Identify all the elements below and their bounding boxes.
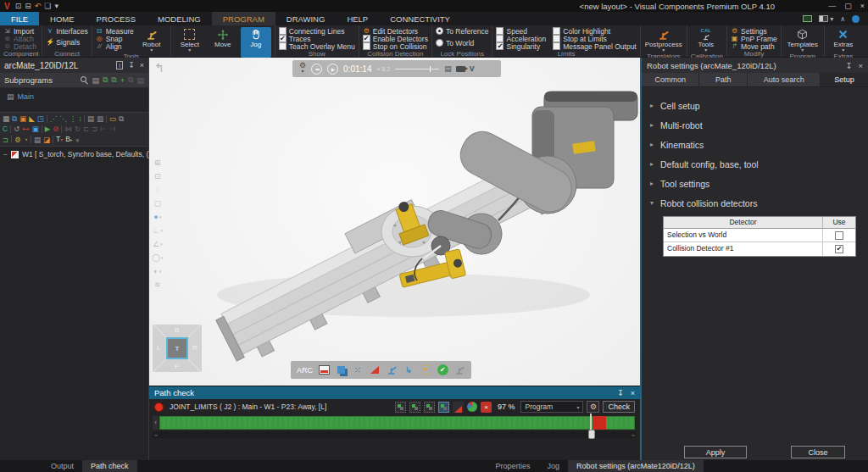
statement-icon[interactable]: ⊏ bbox=[83, 125, 89, 133]
tab-path[interactable]: Path bbox=[699, 73, 748, 86]
pin-icon[interactable]: ↧ bbox=[845, 61, 852, 70]
statistics-pie-icon[interactable] bbox=[467, 402, 477, 412]
import-program-icon[interactable]: ⧉ bbox=[111, 75, 116, 85]
errors-icon[interactable]: × bbox=[481, 402, 492, 413]
copy-icon[interactable]: ⧉ bbox=[128, 75, 133, 85]
pin-icon[interactable]: ↧ bbox=[617, 389, 624, 397]
tab-setup[interactable]: Setup bbox=[821, 73, 868, 86]
properties-tab[interactable]: Properties bbox=[487, 460, 539, 472]
open-program-icon[interactable]: ⧉ bbox=[103, 75, 108, 85]
check-scope-dropdown[interactable]: Program▾ bbox=[520, 401, 583, 413]
templates-button[interactable]: Templates▾ bbox=[785, 27, 821, 53]
notification-icon[interactable]: ! bbox=[116, 61, 123, 69]
motion-ptp-icon[interactable]: ⋰ bbox=[50, 114, 58, 123]
statement-icon[interactable]: ▦ bbox=[3, 114, 9, 123]
close-window-icon[interactable]: × bbox=[860, 0, 865, 12]
navcube-back-face[interactable]: B bbox=[175, 326, 179, 334]
tab-auto-search[interactable]: Auto search bbox=[748, 73, 821, 86]
interfaces-button[interactable]: ⋎Interfaces bbox=[46, 27, 87, 35]
statement-icon[interactable]: ↺ bbox=[14, 125, 19, 133]
timeline-ok-bar[interactable] bbox=[159, 416, 635, 430]
tree-item-w1[interactable]: − W1 [ S_torch, Synchro base, Defaults, … bbox=[0, 147, 148, 162]
paste-icon[interactable]: ▤ bbox=[136, 76, 144, 85]
search-icon[interactable] bbox=[81, 76, 88, 84]
statement-icon[interactable]: ↻ bbox=[75, 125, 81, 133]
gears-icon[interactable]: ⚙ bbox=[14, 136, 21, 144]
minimize-icon[interactable]: — bbox=[828, 0, 836, 12]
statement-icon[interactable]: ⋈ bbox=[64, 125, 72, 133]
tab-drawing[interactable]: DRAWING bbox=[275, 12, 337, 25]
extras-button[interactable]: Extras▾ bbox=[828, 27, 859, 53]
tab-process[interactable]: PROCESS bbox=[86, 12, 147, 25]
statement-icon[interactable]: ▣ bbox=[32, 125, 39, 133]
statement-icon[interactable]: C bbox=[3, 125, 8, 133]
output-tab[interactable]: Output bbox=[42, 460, 82, 472]
maximize-icon[interactable]: ▢ bbox=[844, 0, 852, 12]
navcube-left-face[interactable]: L bbox=[157, 344, 160, 352]
tool-frame-icon[interactable]: T▾ bbox=[56, 135, 63, 144]
close-button[interactable]: Close bbox=[791, 446, 845, 458]
run-icon[interactable]: ▶ bbox=[45, 125, 51, 133]
use-checkbox[interactable] bbox=[835, 231, 843, 240]
teach-panel-icon[interactable] bbox=[318, 364, 330, 376]
add-subprogram-icon[interactable]: + bbox=[120, 76, 125, 85]
scrollbar-left-icon[interactable]: ‹‹ bbox=[154, 432, 158, 437]
print-icon[interactable]: ▤ bbox=[34, 136, 41, 144]
selection-set-icon[interactable] bbox=[420, 364, 431, 376]
statement-icon[interactable]: ⊐ bbox=[3, 136, 8, 144]
folder-icon[interactable]: ▭ bbox=[109, 114, 116, 123]
reset-simulation-icon[interactable]: ◀◀ bbox=[311, 64, 322, 75]
app-logo-icon[interactable]: V bbox=[4, 2, 10, 11]
viewport-3d[interactable]: ↰ ⚙▾ ◀◀ ▶ 0:01:14 × 8.2 ▤ V ⊞ ⊡ ◌ ▢ ●▾ ∟… bbox=[149, 58, 640, 386]
section-kinematics[interactable]: ▸ Kinematics bbox=[650, 135, 868, 154]
section-tool-settings[interactable]: ▸ Tool settings bbox=[650, 174, 868, 193]
export-video-icon[interactable]: ▤ bbox=[444, 64, 452, 73]
statement-icon[interactable]: ⊢ bbox=[100, 125, 106, 133]
render-mode-icon[interactable] bbox=[803, 15, 812, 22]
singularity-checkbox[interactable]: ✔Singularity bbox=[496, 42, 546, 50]
stop-on-collision-checkbox[interactable]: Stop on Collision bbox=[363, 42, 428, 50]
path-check-tab[interactable]: Path check bbox=[82, 460, 137, 472]
tree-expander-icon[interactable]: − bbox=[3, 150, 8, 158]
path-visibility-icon[interactable]: ≋ bbox=[154, 281, 161, 289]
tab-common[interactable]: Common bbox=[642, 73, 699, 86]
signals-button[interactable]: ⚡Signals bbox=[46, 38, 87, 46]
robot-settings-tab[interactable]: Robot settings (arcMate120iD/12L) bbox=[568, 460, 704, 472]
statement-icon[interactable]: ◳ bbox=[37, 114, 44, 123]
navcube-right-face[interactable]: R bbox=[192, 344, 198, 352]
motion-icon[interactable]: ⋮ bbox=[70, 114, 77, 123]
use-checkbox[interactable]: ✔ bbox=[835, 245, 843, 253]
limit-chart-icon[interactable] bbox=[369, 364, 381, 376]
calibration-tools-button[interactable]: CAL Tools▾ bbox=[691, 27, 721, 53]
world-icon[interactable]: ◐▾ bbox=[153, 268, 161, 275]
navcube-front-face[interactable]: F bbox=[175, 363, 179, 370]
move-path-button[interactable]: ↱Move path bbox=[731, 42, 777, 50]
save-as-icon[interactable]: ⊟ bbox=[25, 2, 31, 10]
timeline-error-segment[interactable] bbox=[593, 416, 606, 430]
fullscreen-icon[interactable]: ⊞ bbox=[154, 159, 161, 167]
check-button[interactable]: Check bbox=[603, 401, 635, 413]
collapse-ribbon-icon[interactable]: ∧ bbox=[840, 15, 845, 23]
tab-home[interactable]: HOME bbox=[39, 12, 86, 25]
view-sphere-icon[interactable]: ●▾ bbox=[153, 214, 161, 221]
motion-lin-icon[interactable]: ⋱ bbox=[59, 114, 67, 123]
tab-program[interactable]: PROGRAM bbox=[212, 12, 275, 25]
play-simulation-icon[interactable]: ▶ bbox=[327, 64, 338, 75]
chart-icon[interactable]: ◪ bbox=[43, 136, 50, 144]
redo-icon[interactable]: ❏ bbox=[44, 2, 51, 10]
apply-button[interactable]: Apply bbox=[684, 446, 747, 458]
pin-icon[interactable]: ↧ bbox=[128, 61, 135, 69]
section-cell-setup[interactable]: ▸ Cell setup bbox=[650, 96, 868, 115]
statement-icon[interactable]: ⧉ bbox=[119, 114, 124, 123]
teach-overlay-checkbox[interactable]: Teach Overlay Menu bbox=[279, 42, 355, 50]
stop-icon[interactable]: ⊘ bbox=[53, 125, 58, 133]
new-program-icon[interactable]: ▤ bbox=[92, 76, 99, 85]
base-frame-icon[interactable]: B▸ bbox=[65, 135, 73, 144]
robot-tools-icon[interactable] bbox=[453, 364, 465, 376]
statement-icon[interactable]: ⊐ bbox=[92, 125, 97, 133]
detach-button[interactable]: ⊖Detach bbox=[3, 42, 36, 50]
validate-icon[interactable]: ✔ bbox=[437, 364, 448, 376]
to-world-radio[interactable]: To World bbox=[436, 39, 489, 47]
align-button[interactable]: //Align bbox=[96, 42, 134, 50]
move-button[interactable]: Move bbox=[208, 27, 238, 48]
